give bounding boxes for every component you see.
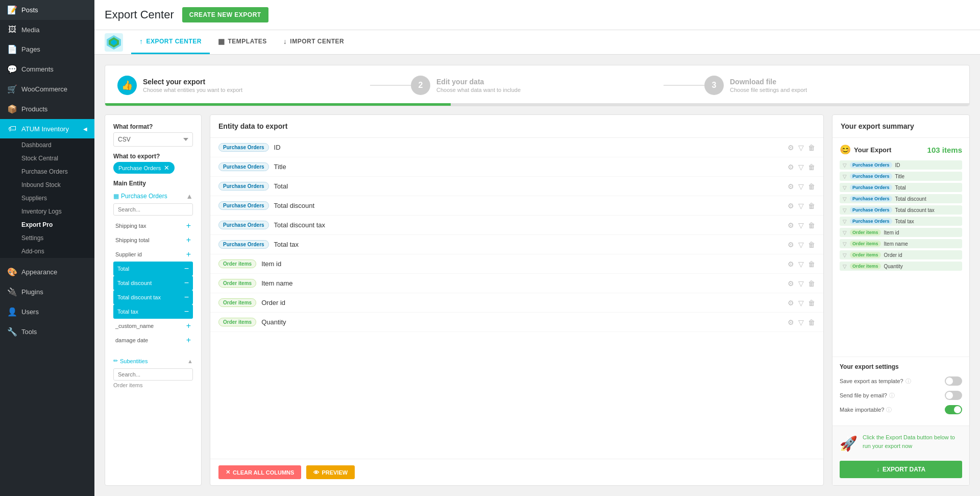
sidebar-sub-addons[interactable]: Add-ons [0,245,94,258]
field-add-button[interactable]: + [186,336,191,345]
field-label: damage date [115,337,148,343]
settings-section: Your export settings Save export as temp… [832,357,969,426]
field-remove-button[interactable]: − [184,307,189,316]
tab-export-center[interactable]: ↑ EXPORT CENTER [131,30,210,54]
export-tag-remove[interactable]: ✕ [164,164,169,172]
row-delete-icon[interactable]: 🗑 [808,182,815,191]
row-settings-icon[interactable]: ⚙ [788,318,794,326]
step-1-text: Select your export Choose what entities … [143,78,242,93]
row-actions: ⚙ ▽ 🗑 [788,221,815,229]
row-filter-icon[interactable]: ▽ [798,260,804,268]
row-filter-icon[interactable]: ▽ [798,202,804,210]
create-new-export-button[interactable]: CREATE NEW EXPORT [182,7,268,22]
sidebar-item-comments[interactable]: 💬 Comments [0,59,94,79]
row-delete-icon[interactable]: 🗑 [808,299,815,307]
progress-bar [105,103,451,106]
step-3-title: Download file [730,78,807,86]
tab-templates[interactable]: ▦ TEMPLATES [210,30,275,54]
row-delete-icon[interactable]: 🗑 [808,279,815,288]
field-remove-button[interactable]: − [184,278,189,288]
entity-row-label: Total [274,182,782,190]
row-delete-icon[interactable]: 🗑 [808,221,815,229]
tab-import-center[interactable]: ↓ IMPORT CENTER [275,30,352,54]
sidebar-sub-dashboard[interactable]: Dashboard [0,138,94,152]
sidebar-item-appearance[interactable]: 🎨 Appearance [0,262,94,282]
sidebar-sub-stock-central[interactable]: Stock Central [0,152,94,165]
table-row: Order items Item name ⚙ ▽ 🗑 [210,274,823,293]
middle-panel-title: Entity data to export [210,115,823,138]
row-filter-icon[interactable]: ▽ [798,299,804,307]
entity-row-label: ID [274,144,782,151]
sidebar-item-pages[interactable]: 📄 Pages [0,39,94,59]
row-settings-icon[interactable]: ⚙ [788,279,794,288]
field-add-button[interactable]: + [186,321,191,330]
sidebar-item-atum[interactable]: 🏷 ATUM Inventory ◀ [0,119,94,138]
steps-row: 👍 Select your export Choose what entitie… [117,76,957,95]
row-settings-icon[interactable]: ⚙ [788,182,794,191]
summary-badge: Order items [850,241,881,247]
field-remove-button[interactable]: − [184,293,189,302]
row-filter-icon[interactable]: ▽ [798,182,804,191]
row-filter-icon[interactable]: ▽ [798,241,804,249]
row-filter-icon[interactable]: ▽ [798,279,804,288]
field-add-button[interactable]: + [186,221,191,230]
row-filter-icon[interactable]: ▽ [798,318,804,326]
row-filter-icon[interactable]: ▽ [798,144,804,152]
row-settings-icon[interactable]: ⚙ [788,144,794,152]
field-add-button[interactable]: + [186,235,191,245]
row-delete-icon[interactable]: 🗑 [808,318,815,326]
clear-all-columns-button[interactable]: ✕ CLEAR ALL COLUMNS [218,465,301,479]
row-settings-icon[interactable]: ⚙ [788,163,794,171]
sidebar-item-users[interactable]: 👤 Users [0,302,94,322]
export-name-label: Your Export [854,146,891,154]
preview-button[interactable]: 👁 PREVIEW [306,465,355,479]
row-delete-icon[interactable]: 🗑 [808,144,815,152]
row-delete-icon[interactable]: 🗑 [808,202,815,210]
row-settings-icon[interactable]: ⚙ [788,221,794,229]
row-delete-icon[interactable]: 🗑 [808,260,815,268]
entity-badge: Purchase Orders [218,143,269,152]
row-actions: ⚙ ▽ 🗑 [788,182,815,191]
step-divider-2 [664,85,704,86]
sidebar-item-media[interactable]: 🖼 Media [0,20,94,39]
sidebar-sub-inbound-stock[interactable]: Inbound Stock [0,178,94,192]
entity-badge: Purchase Orders [218,240,269,249]
sidebar-sub-export-pro[interactable]: Export Pro [0,218,94,231]
sidebar-sub-suppliers[interactable]: Suppliers [0,192,94,205]
summary-badge: Purchase Orders [850,196,892,202]
entity-collapse-button[interactable]: ▲ [186,192,193,200]
row-settings-icon[interactable]: ⚙ [788,260,794,268]
format-select[interactable]: CSV XML [113,132,193,147]
your-export-section: 😊 Your Export 103 items ▽ Purchase Order… [832,138,969,357]
send-email-toggle[interactable] [945,391,962,400]
save-template-help-icon: ⓘ [905,377,911,385]
export-item-count: 103 items [927,146,962,154]
pages-icon: 📄 [7,44,17,54]
sidebar-label-plugins: Plugins [21,288,43,296]
row-delete-icon[interactable]: 🗑 [808,241,815,249]
importable-toggle[interactable] [945,405,962,414]
field-remove-button[interactable]: − [184,264,189,273]
sidebar-item-posts[interactable]: 📝 Posts [0,0,94,20]
export-data-button[interactable]: ↓ EXPORT DATA [840,461,962,478]
sidebar-item-tools[interactable]: 🔧 Tools [0,322,94,342]
sidebar-item-products[interactable]: 📦 Products [0,99,94,119]
fields-list: Shipping tax + Shipping total + Supplier… [113,219,193,347]
save-template-toggle[interactable] [945,376,962,386]
row-settings-icon[interactable]: ⚙ [788,241,794,249]
row-settings-icon[interactable]: ⚙ [788,299,794,307]
field-add-button[interactable]: + [186,250,191,259]
row-filter-icon[interactable]: ▽ [798,221,804,229]
subentities-collapse-button[interactable]: ▲ [187,358,193,364]
subentities-search-input[interactable] [113,368,193,381]
sidebar-item-plugins[interactable]: 🔌 Plugins [0,282,94,302]
row-delete-icon[interactable]: 🗑 [808,163,815,171]
sidebar-sub-inventory-logs[interactable]: Inventory Logs [0,205,94,218]
row-filter-icon[interactable]: ▽ [798,163,804,171]
sidebar-sub-purchase-orders[interactable]: Purchase Orders [0,165,94,178]
sidebar-sub-settings[interactable]: Settings [0,231,94,245]
entity-search-input[interactable] [113,203,193,216]
row-settings-icon[interactable]: ⚙ [788,202,794,210]
clear-icon: ✕ [226,469,230,476]
sidebar-item-woocommerce[interactable]: 🛒 WooCommerce [0,79,94,99]
